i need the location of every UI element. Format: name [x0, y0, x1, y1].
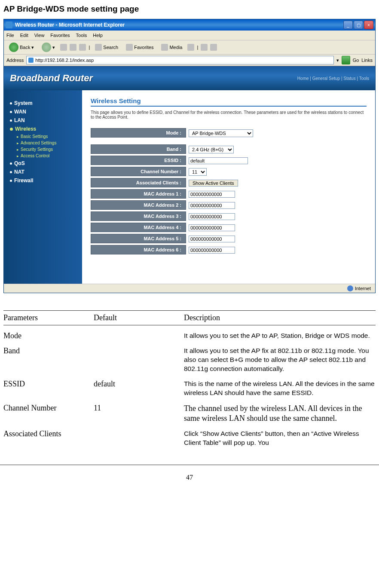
section-title: Wireless Setting [91, 97, 367, 107]
header-description: Description [184, 313, 376, 322]
titlebar: Wireless Router - Microsoft Internet Exp… [4, 19, 375, 31]
form-row-mode: Mode : AP Bridge-WDS [91, 128, 367, 138]
back-button[interactable]: Back ▾ [6, 42, 37, 53]
param-default: default [94, 380, 184, 389]
menu-help[interactable]: Help [93, 33, 103, 38]
param-name: Mode [3, 331, 94, 340]
form-row-mac1: MAC Address 1 : [91, 189, 367, 199]
print-icon[interactable] [210, 44, 217, 51]
media-icon [161, 44, 168, 51]
menu-edit[interactable]: Edit [20, 33, 28, 38]
bullet-icon [10, 171, 12, 173]
address-input[interactable]: http://192.168.2.1/index.asp [26, 56, 333, 64]
search-button[interactable]: Search [92, 43, 121, 52]
menu-file[interactable]: File [6, 33, 14, 38]
essid-input[interactable] [189, 157, 248, 164]
sidebar-item-wireless[interactable]: Wireless [10, 125, 82, 133]
separator: | [89, 45, 90, 50]
table-row: Band It allows you to set the AP fix at … [3, 340, 376, 374]
sidebar-item-system[interactable]: System [10, 99, 82, 107]
toolbar: Back ▾ ▾ | Search Favorites Media | [4, 40, 375, 55]
channel-select[interactable]: 11 [189, 168, 207, 176]
sidebar-label: QoS [14, 160, 25, 166]
menu-favorites[interactable]: Favorites [50, 33, 70, 38]
media-button[interactable]: Media [159, 43, 185, 52]
router-body: System WAN LAN Wireless ▸Basic Settings … [4, 90, 375, 284]
stop-icon[interactable] [60, 44, 67, 51]
sidebar-sub-basic[interactable]: ▸Basic Settings [10, 133, 82, 140]
param-desc: It allows you to set the AP to AP, Stati… [184, 331, 376, 340]
sidebar-sub-security[interactable]: ▸Security Settings [10, 146, 82, 153]
param-name: Channel Number [3, 404, 94, 413]
sidebar-sub-advanced[interactable]: ▸Advanced Settings [10, 140, 82, 146]
menubar: File Edit View Favorites Tools Help [4, 31, 375, 40]
mac1-input[interactable] [189, 191, 235, 198]
params-table: Parameters Default Description Mode It a… [3, 310, 376, 447]
band-select[interactable]: 2.4 GHz (B+G) [189, 146, 234, 153]
mac3-input[interactable] [189, 213, 235, 220]
form-row-mac2: MAC Address 2 : [91, 200, 367, 210]
favorites-button[interactable]: Favorites [123, 43, 156, 52]
home-icon[interactable] [79, 44, 86, 51]
header-default: Default [94, 313, 184, 322]
mac4-label: MAC Address 4 : [91, 223, 186, 232]
sidebar-item-qos[interactable]: QoS [10, 159, 82, 168]
addressbar: Address http://192.168.2.1/index.asp ▾ G… [4, 55, 375, 66]
param-default: 11 [94, 404, 184, 413]
param-desc: It allows you to set the AP fix at 802.1… [184, 346, 376, 374]
mail-icon[interactable] [201, 44, 208, 51]
mac4-input[interactable] [189, 224, 235, 231]
table-row: Mode It allows you to set the AP to AP, … [3, 325, 376, 340]
chevron-down-icon[interactable]: ▾ [336, 58, 339, 63]
minimize-button[interactable]: _ [343, 21, 353, 29]
sidebar-label: LAN [14, 117, 25, 123]
sidebar-item-nat[interactable]: NAT [10, 168, 82, 176]
separator: | [197, 45, 198, 50]
content-area: Wireless Setting This page allows you to… [82, 90, 375, 284]
refresh-icon[interactable] [70, 44, 76, 51]
mac6-input[interactable] [189, 247, 235, 254]
bullet-icon [10, 111, 12, 113]
sidebar-label: System [14, 100, 33, 106]
maximize-button[interactable]: ▢ [354, 21, 363, 29]
page-number: 47 [186, 474, 193, 481]
mode-select[interactable]: AP Bridge-WDS [189, 129, 253, 137]
go-button[interactable] [342, 56, 350, 64]
menu-view[interactable]: View [34, 33, 45, 38]
links-label[interactable]: Links [361, 58, 373, 63]
forward-icon [42, 43, 51, 52]
window-title: Wireless Router - Microsoft Internet Exp… [15, 22, 125, 28]
mac5-label: MAC Address 5 : [91, 234, 186, 243]
mac5-input[interactable] [189, 236, 235, 242]
table-row: Associated Clients Click “Show Active Cl… [3, 423, 376, 447]
bullet-icon [10, 162, 12, 165]
bullet-icon [10, 180, 12, 182]
sub-label: Security Settings [21, 147, 53, 152]
close-button[interactable]: × [364, 21, 373, 29]
ie-icon [6, 21, 12, 28]
param-name: ESSID [3, 380, 94, 389]
page-icon [28, 58, 34, 63]
table-row: Channel Number 11 The channel used by th… [3, 398, 376, 424]
mac6-label: MAC Address 6 : [91, 245, 186, 254]
form-row-mac6: MAC Address 6 : [91, 245, 367, 254]
sidebar-item-firewall[interactable]: Firewall [10, 176, 82, 185]
sidebar-item-wan[interactable]: WAN [10, 107, 82, 116]
mode-label: Mode : [91, 128, 186, 138]
address-value: http://192.168.2.1/index.asp [35, 58, 94, 63]
show-active-clients-button[interactable]: Show Active Clients [189, 180, 238, 187]
sidebar-label: Firewall [14, 178, 34, 184]
sub-label: Advanced Settings [21, 141, 56, 145]
bullet-icon [10, 102, 12, 104]
history-icon[interactable] [187, 44, 194, 51]
sidebar-item-lan[interactable]: LAN [10, 116, 82, 125]
search-label: Search [103, 45, 118, 50]
mac2-input[interactable] [189, 202, 235, 209]
sidebar-label: WAN [14, 109, 26, 115]
sidebar-sub-access[interactable]: ▸Access Control [10, 153, 82, 159]
menu-tools[interactable]: Tools [76, 33, 87, 38]
arrow-icon: ▸ [17, 147, 19, 152]
router-top-links[interactable]: Home | General Setup | Status | Tools [297, 76, 369, 81]
forward-button[interactable]: ▾ [39, 42, 58, 53]
table-row: ESSID default This is the name of the wi… [3, 374, 376, 398]
